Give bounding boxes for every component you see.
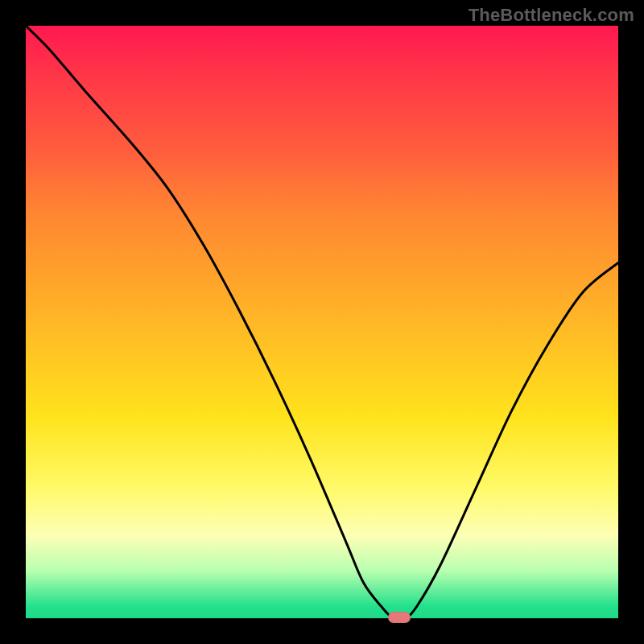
minimum-marker [388,612,411,623]
bottleneck-curve [26,26,618,618]
chart-plot-area [26,26,618,618]
watermark-text: TheBottleneck.com [469,5,634,26]
